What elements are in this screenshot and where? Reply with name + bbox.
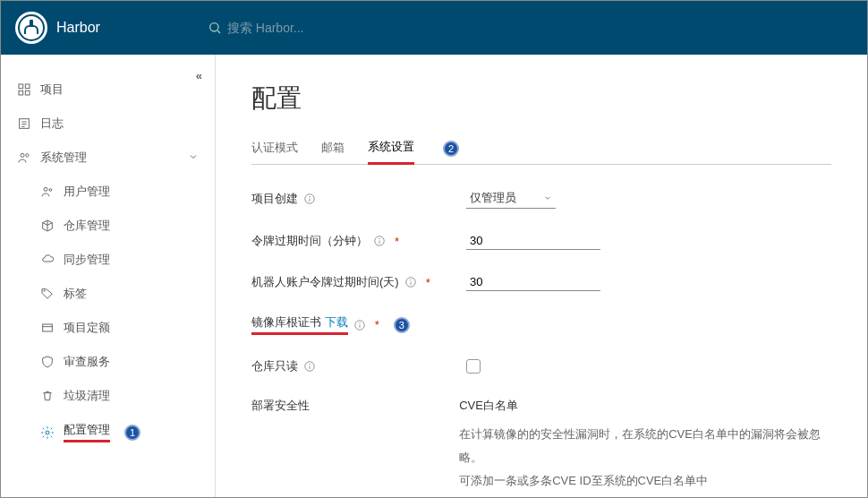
row-readonly: 仓库只读 [251,358,831,374]
info-icon[interactable] [404,276,417,288]
tab-auth[interactable]: 认证模式 [251,134,298,163]
sidebar-label: 系统管理 [40,150,87,166]
sidebar-label: 仓库管理 [64,218,110,234]
chevron-down-icon [188,151,199,165]
sidebar-label: 配置管理 [64,422,110,442]
svg-rect-5 [25,90,30,95]
row-robot-expiry: 机器人账户令牌过期时间(天) * [251,273,831,291]
svg-rect-15 [43,324,53,331]
sidebar-item-system[interactable]: 系统管理 [1,141,215,175]
sidebar-item-projects[interactable]: 项目 [1,73,215,107]
users-icon [40,185,55,199]
svg-point-14 [44,290,45,291]
svg-point-26 [410,279,411,280]
page-title: 配置 [251,82,831,116]
quota-icon [40,321,55,335]
gear-icon [40,425,55,440]
cve-title: CVE白名单 [459,398,831,414]
cve-desc-2: 可添加一条或多条CVE ID至系统的CVE白名单中 [459,469,831,493]
header: Harbor [1,1,867,55]
label-project-create: 项目创建 [251,191,298,207]
tabs: 认证模式 邮箱 系统设置 2 [251,133,831,165]
tab-system[interactable]: 系统设置 [368,133,414,165]
badge-2: 2 [443,141,459,157]
chevron-down-icon [543,193,552,202]
info-icon[interactable] [353,319,366,331]
sidebar-label: 同步管理 [64,252,110,268]
label-cert: 镜像库根证书 [251,315,321,329]
row-token-expiry: 令牌过期时间（分钟） * [251,232,831,250]
sidebar-item-quota[interactable]: 项目定额 [1,311,215,345]
badge-3: 3 [394,317,410,333]
sidebar: « 项目 日志 系统管理 用户管理 仓库管理 同步管理 标签 [1,55,216,497]
info-icon[interactable] [373,235,386,247]
label-robot-expiry: 机器人账户令牌过期时间(天) [251,274,399,290]
brand-name: Harbor [56,20,100,36]
svg-point-10 [21,153,24,157]
svg-point-12 [44,187,47,191]
sidebar-item-repos[interactable]: 仓库管理 [1,209,215,243]
sidebar-item-users[interactable]: 用户管理 [1,175,215,209]
svg-point-13 [49,189,52,192]
label-token-expiry: 令牌过期时间（分钟） [251,233,368,249]
sidebar-label: 用户管理 [64,184,110,200]
select-project-create[interactable]: 仅管理员 [466,188,556,209]
row-project-create: 项目创建 仅管理员 [251,188,831,209]
grid-icon [17,82,31,97]
sidebar-label: 标签 [64,286,87,302]
sidebar-label: 审查服务 [64,354,110,370]
sidebar-label: 项目定额 [64,320,110,336]
sidebar-item-replication[interactable]: 同步管理 [1,243,215,277]
search-icon [208,21,222,35]
cube-icon [40,219,55,233]
admin-icon [17,150,31,165]
info-icon[interactable] [303,360,316,373]
sidebar-item-scan[interactable]: 审查服务 [1,345,215,379]
required-marker: * [426,276,430,289]
list-icon [17,116,31,131]
row-cert: 镜像库根证书 下载 * 3 [251,314,831,335]
input-robot-expiry[interactable] [466,273,600,291]
svg-rect-4 [19,90,23,95]
svg-point-11 [26,154,29,157]
svg-point-17 [46,431,49,434]
badge-1: 1 [124,425,140,441]
svg-point-32 [310,364,311,365]
search-box[interactable] [208,21,496,35]
label-readonly: 仓库只读 [251,358,298,374]
tab-email[interactable]: 邮箱 [321,134,345,163]
row-deploy-security: 部署安全性 CVE白名单 在计算镜像的的安全性漏洞时，在系统的CVE白名单中的漏… [251,398,831,493]
sidebar-item-config[interactable]: 配置管理 1 [1,413,215,451]
svg-point-0 [210,23,218,31]
tag-icon [40,287,55,301]
input-token-expiry[interactable] [466,232,600,250]
svg-point-23 [379,238,380,239]
sidebar-label: 项目 [40,82,64,98]
svg-point-20 [310,196,311,197]
checkbox-readonly[interactable] [466,359,481,374]
trash-icon [40,389,55,403]
collapse-icon[interactable]: « [196,69,202,82]
sidebar-item-logs[interactable]: 日志 [1,107,215,141]
label-deploy: 部署安全性 [251,398,310,414]
required-marker: * [375,318,379,331]
cloud-icon [40,253,55,267]
sidebar-item-gc[interactable]: 垃圾清理 [1,379,215,413]
main-content: 配置 认证模式 邮箱 系统设置 2 项目创建 仅管理员 令牌过期时间（分钟） * [216,55,867,497]
cve-desc-1: 在计算镜像的的安全性漏洞时，在系统的CVE白名单中的漏洞将会被忽略。 [459,423,831,469]
sidebar-item-labels[interactable]: 标签 [1,277,215,311]
logo: Harbor [15,12,100,44]
search-input[interactable] [227,21,496,35]
sidebar-label: 垃圾清理 [64,388,110,404]
sidebar-label: 日志 [40,116,64,132]
svg-point-29 [359,322,360,323]
svg-line-1 [217,30,220,33]
shield-icon [40,355,55,369]
required-marker: * [395,235,399,248]
svg-rect-3 [25,84,30,89]
info-icon[interactable] [303,193,316,205]
download-link[interactable]: 下载 [325,315,348,329]
svg-rect-2 [19,84,23,89]
